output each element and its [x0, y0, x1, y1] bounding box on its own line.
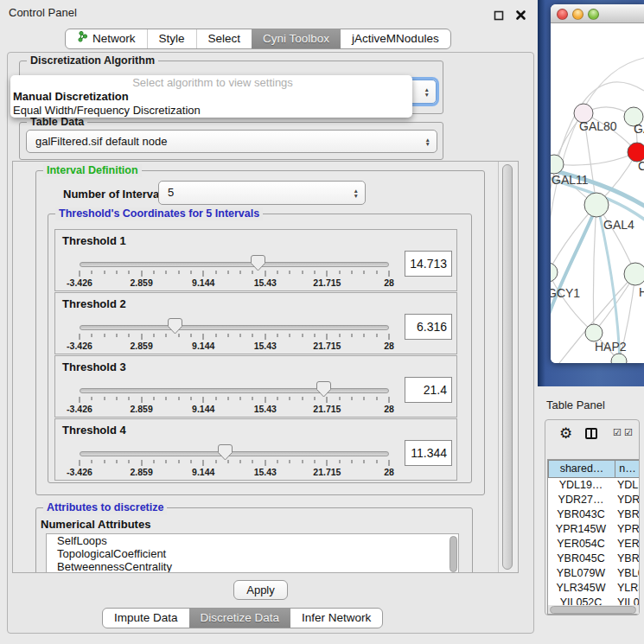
- node-label: GAL80: [579, 119, 617, 133]
- checkbox-icon[interactable]: ☑: [624, 427, 633, 437]
- network-edge[interactable]: [593, 205, 596, 333]
- numerical-attributes-list[interactable]: SelfLoopsTopologicalCoefficientBetweenne…: [46, 533, 459, 573]
- slider-track[interactable]: [80, 325, 389, 330]
- list-item[interactable]: TopologicalCoefficient: [47, 547, 458, 560]
- list-item[interactable]: BetweennessCentrality: [47, 560, 458, 573]
- settings-scroll-area: Interval Definition Number of Intervals …: [12, 161, 519, 573]
- gear-icon[interactable]: ⚙: [559, 425, 572, 443]
- algorithm-dropdown-popup: Select algorithm to view settings Manual…: [10, 75, 412, 118]
- slider-track[interactable]: [80, 262, 389, 267]
- node-label: GCY1: [551, 286, 580, 300]
- cell-name[interactable]: YPR1: [617, 522, 639, 537]
- network-node[interactable]: [551, 263, 558, 282]
- list-item[interactable]: SelfLoops: [47, 534, 458, 547]
- table-data-combobox[interactable]: galFiltered.sif default node ▲▼: [26, 130, 437, 153]
- table-rows: YDL19…YDL1YDR27…YDR2YBR043CYBR0YPR145WYP…: [548, 478, 639, 610]
- table-row[interactable]: YBR043CYBR0: [548, 507, 639, 522]
- slider-ticks: [80, 271, 389, 277]
- threshold-label: Threshold 3: [62, 360, 126, 373]
- cell-name[interactable]: YER0: [617, 537, 639, 552]
- network-node[interactable]: [584, 193, 609, 217]
- table-row[interactable]: YBR045CYBR0: [548, 552, 639, 566]
- scrollbar-thumb[interactable]: [502, 164, 513, 570]
- network-node[interactable]: [624, 263, 644, 285]
- cell-shared-name[interactable]: YBL079W: [548, 566, 614, 581]
- network-edge[interactable]: [551, 207, 596, 324]
- dropdown-placeholder: Select algorithm to view settings: [10, 75, 412, 90]
- scrollbar-thumb[interactable]: [550, 606, 636, 614]
- combo-arrows-icon: ▲▼: [425, 137, 430, 146]
- threshold-row: Threshold 4-3.4262.8599.14415.4321.71528…: [54, 418, 457, 481]
- cell-shared-name[interactable]: YBR045C: [548, 552, 614, 566]
- network-edge[interactable]: [554, 152, 637, 165]
- column-header-name[interactable]: n…: [615, 460, 639, 478]
- list-items-container: SelfLoopsTopologicalCoefficientBetweenne…: [47, 534, 458, 573]
- table-row[interactable]: YBL079WYBL0: [548, 566, 639, 581]
- column-header-shared-name[interactable]: shared…: [548, 460, 615, 478]
- split-view-icon[interactable]: [585, 428, 597, 439]
- table-row[interactable]: YDR27…YDR2: [548, 493, 639, 507]
- cell-name[interactable]: YBR0: [617, 552, 639, 566]
- close-icon[interactable]: [515, 9, 526, 24]
- slider-thumb[interactable]: [168, 318, 182, 335]
- cell-name[interactable]: YBL0: [617, 566, 639, 581]
- float-icon[interactable]: [494, 9, 504, 24]
- cell-name[interactable]: YDL1: [617, 478, 639, 493]
- cell-name[interactable]: YLR3: [617, 581, 639, 596]
- network-canvas[interactable]: GAL80GAGAL11CGAL4GCY1HHAP2: [551, 23, 644, 363]
- threshold-label: Threshold 4: [62, 424, 126, 437]
- node-label: H: [639, 285, 644, 299]
- cell-shared-name[interactable]: YPR145W: [548, 522, 614, 537]
- cell-shared-name[interactable]: YBR043C: [548, 507, 614, 522]
- list-scrollbar[interactable]: [450, 536, 457, 572]
- cell-name[interactable]: YDR2: [617, 493, 639, 507]
- table-row[interactable]: YER054CYER0: [548, 537, 639, 552]
- table-row[interactable]: YLR345WYLR3: [548, 581, 639, 596]
- dropdown-option-manual[interactable]: Manual Discretization: [10, 90, 412, 104]
- tab-discretize-data[interactable]: Discretize Data: [189, 609, 291, 628]
- minimize-button[interactable]: [572, 9, 583, 20]
- slider-thumb[interactable]: [316, 381, 331, 399]
- node-table: shared… n… YDL19…YDL1YDR27…YDR2YBR043CYB…: [547, 459, 639, 615]
- network-node[interactable]: [585, 324, 603, 341]
- tab-impute-data[interactable]: Impute Data: [103, 609, 189, 628]
- zoom-button[interactable]: [588, 9, 599, 20]
- slider-track[interactable]: [80, 388, 389, 393]
- checkbox-icon[interactable]: ☑: [613, 427, 622, 437]
- combo-arrows-icon: ▲▼: [424, 87, 430, 97]
- number-of-intervals-combobox[interactable]: 5 ▲▼: [158, 181, 366, 205]
- cell-name[interactable]: YBR0: [617, 507, 639, 522]
- threshold-rows: Threshold 1-3.4262.8599.14415.4321.71528…: [54, 229, 457, 488]
- tab-jactivemnodules[interactable]: jActiveMNodules: [341, 29, 450, 48]
- table-row[interactable]: YDL19…YDL1: [548, 478, 639, 493]
- cell-shared-name[interactable]: YDR27…: [548, 493, 614, 507]
- settings-vertical-scrollbar[interactable]: [498, 162, 518, 572]
- node-label: C: [638, 159, 644, 173]
- threshold-value-field[interactable]: 21.4: [405, 377, 452, 403]
- threshold-label: Threshold 1: [62, 234, 126, 247]
- apply-button[interactable]: Apply: [233, 580, 288, 600]
- table-horizontal-scrollbar[interactable]: [548, 605, 639, 615]
- tab-infer-network[interactable]: Infer Network: [290, 609, 382, 628]
- node-label: GA: [634, 122, 644, 136]
- table-row[interactable]: YPR145WYPR1: [548, 522, 639, 537]
- close-button[interactable]: [557, 9, 568, 20]
- tab-cyni-toolbox[interactable]: Cyni Toolbox: [252, 29, 341, 48]
- dropdown-option-equal-width[interactable]: Equal Width/Frequency Discretization: [10, 104, 412, 118]
- slider-ticks: [80, 334, 389, 341]
- cell-shared-name[interactable]: YLR345W: [548, 581, 614, 596]
- numerical-attributes-label: Numerical Attributes: [41, 518, 150, 531]
- tab-network[interactable]: Network: [66, 29, 147, 48]
- network-edge[interactable]: [551, 272, 594, 333]
- group-title: Table Data: [27, 116, 87, 129]
- threshold-value-field[interactable]: 6.316: [405, 314, 452, 340]
- threshold-value-field[interactable]: 11.344: [405, 440, 452, 466]
- cell-shared-name[interactable]: YDL19…: [548, 478, 614, 493]
- tab-select[interactable]: Select: [196, 29, 252, 48]
- tab-style[interactable]: Style: [147, 29, 196, 48]
- cell-shared-name[interactable]: YER054C: [548, 537, 614, 552]
- slider-thumb[interactable]: [218, 444, 233, 462]
- slider-track[interactable]: [80, 451, 389, 456]
- slider-thumb[interactable]: [251, 255, 265, 272]
- threshold-value-field[interactable]: 14.713: [405, 251, 452, 277]
